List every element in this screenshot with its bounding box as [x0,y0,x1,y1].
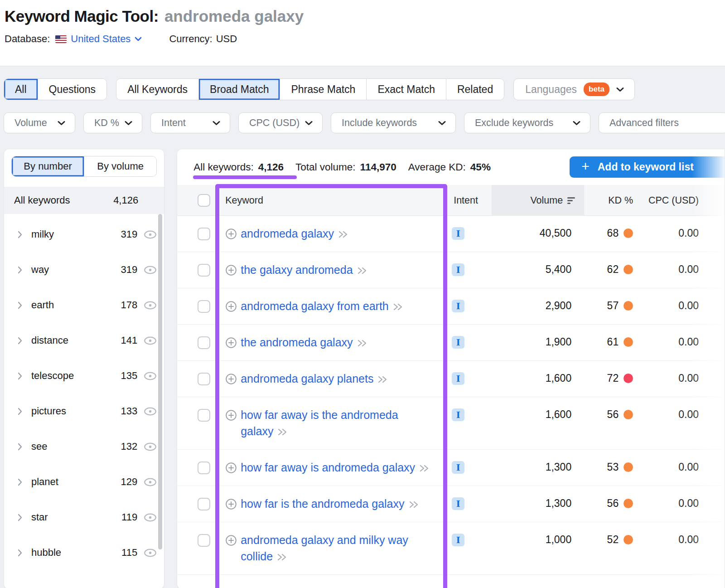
filter-dropdown[interactable]: KD % [83,112,142,133]
keyword-group-item[interactable]: see 132 [4,429,164,464]
double-chevron-icon[interactable] [277,549,288,565]
sidebar-sort-option[interactable]: By volume [84,156,156,176]
match-type-tab[interactable]: Related [446,79,504,100]
eye-icon[interactable] [144,513,157,522]
double-chevron-icon[interactable] [338,226,349,242]
row-checkbox[interactable] [198,498,210,510]
eye-icon[interactable] [144,478,157,486]
add-keyword-icon[interactable] [225,373,237,385]
match-type-tab[interactable]: Exact Match [366,79,446,100]
cpc-value: 0.00 [640,288,725,312]
add-keyword-icon[interactable] [225,535,237,546]
kd-value: 53 [607,461,619,473]
row-checkbox[interactable] [198,409,210,422]
keyword-group-count: 129 [121,476,137,488]
languages-label: Languages [525,83,577,96]
keyword-group-item[interactable]: earth 178 [4,287,164,323]
keyword-link[interactable]: andromeda galaxy [241,227,334,240]
eye-icon[interactable] [144,230,157,239]
keyword-link[interactable]: the andromeda galaxy [241,336,353,349]
keyword-link[interactable]: andromeda galaxy planets [241,372,373,385]
add-keyword-icon[interactable] [225,462,237,474]
keyword-link[interactable]: the galaxy andromeda [241,263,353,276]
column-header-volume[interactable]: Volume [492,185,584,216]
match-type-tab[interactable]: All Keywords [116,79,198,100]
keyword-link[interactable]: andromeda galaxy and milky way collide [241,534,408,563]
keyword-group-item[interactable]: way 319 [4,252,164,287]
keyword-group-item[interactable]: pictures 133 [4,394,164,429]
keyword-link[interactable]: andromeda galaxy from earth [241,300,389,312]
column-header-keyword: Keyword [218,195,448,206]
double-chevron-icon[interactable] [277,423,288,440]
keyword-group-item[interactable]: star 119 [4,500,164,535]
eye-icon[interactable] [144,266,157,274]
keyword-link[interactable]: how far away is andromeda galaxy [241,461,415,474]
double-chevron-icon[interactable] [409,496,420,512]
add-keyword-icon[interactable] [225,228,237,240]
filter-dropdown[interactable]: Advanced filters [599,112,725,133]
scope-tab[interactable]: All [4,79,38,100]
sidebar-sort-option[interactable]: By number [12,156,84,176]
keyword-group-count: 141 [121,335,137,346]
keyword-group-item[interactable]: distance 141 [4,323,164,358]
eye-icon[interactable] [144,372,157,380]
cpc-value: 0.00 [640,486,725,510]
add-keyword-icon[interactable] [225,498,237,510]
average-kd-label: Average KD: [408,161,466,173]
keyword-group-count: 135 [121,370,137,382]
chevron-right-icon [18,478,28,486]
kd-difficulty-dot [624,265,633,274]
chevron-right-icon [18,443,28,451]
add-keyword-icon[interactable] [225,301,237,312]
double-chevron-icon[interactable] [357,335,368,351]
match-type-tab-label: Broad Match [210,83,269,96]
keyword-link[interactable]: how far away is the andromeda galaxy [241,408,398,437]
eye-icon[interactable] [144,549,157,557]
add-keyword-icon[interactable] [225,264,237,276]
filter-dropdown[interactable]: Intent [150,112,230,133]
kd-difficulty-dot [624,462,633,472]
keyword-group-list: milky 319 way 319 [4,214,164,570]
keyword-group-item[interactable]: hubble 115 [4,535,164,570]
eye-icon[interactable] [144,407,157,416]
database-label: Database: [5,33,50,45]
keyword-group-count: 133 [121,405,137,417]
row-checkbox[interactable] [198,462,210,474]
eye-icon[interactable] [144,301,157,310]
keyword-table-row: andromeda galaxy I 40,500 68 0.00 [177,216,725,252]
row-checkbox[interactable] [198,264,210,277]
filter-dropdown[interactable]: Exclude keywords [464,112,590,133]
row-checkbox[interactable] [198,336,210,349]
filter-dropdown[interactable]: Volume [4,112,75,133]
double-chevron-icon[interactable] [357,262,368,278]
double-chevron-icon[interactable] [393,298,404,315]
add-keyword-icon[interactable] [225,409,237,421]
select-all-checkbox[interactable] [198,194,210,207]
row-checkbox[interactable] [198,373,210,385]
eye-icon[interactable] [144,442,157,451]
filter-dropdown[interactable]: Include keywords [331,112,456,133]
keyword-group-label: hubble [31,547,121,559]
eye-icon[interactable] [144,336,157,345]
match-type-tab[interactable]: Broad Match [198,79,280,100]
filter-dropdown[interactable]: CPC (USD) [238,112,323,133]
row-checkbox[interactable] [198,300,210,313]
double-chevron-icon[interactable] [419,460,430,476]
keyword-group-item[interactable]: milky 319 [4,217,164,252]
keyword-group-item[interactable]: planet 129 [4,464,164,500]
keyword-group-item[interactable]: telescope 135 [4,358,164,394]
scope-tab[interactable]: Questions [38,79,107,100]
row-checkbox[interactable] [198,228,210,240]
all-keywords-group-row[interactable]: All keywords 4,126 [4,187,164,214]
sidebar-scrollbar[interactable] [158,214,162,549]
add-to-keyword-list-button[interactable]: + Add to keyword list [570,156,725,178]
double-chevron-icon[interactable] [377,371,388,387]
add-keyword-icon[interactable] [225,337,237,349]
match-type-tab[interactable]: Phrase Match [280,79,366,100]
database-selector[interactable]: United States [55,33,142,45]
chevron-right-icon [18,231,28,238]
keyword-group-label: milky [31,228,121,240]
languages-dropdown[interactable]: Languages beta [513,78,635,100]
keyword-link[interactable]: how far is the andromeda galaxy [241,497,404,510]
row-checkbox[interactable] [198,534,210,547]
